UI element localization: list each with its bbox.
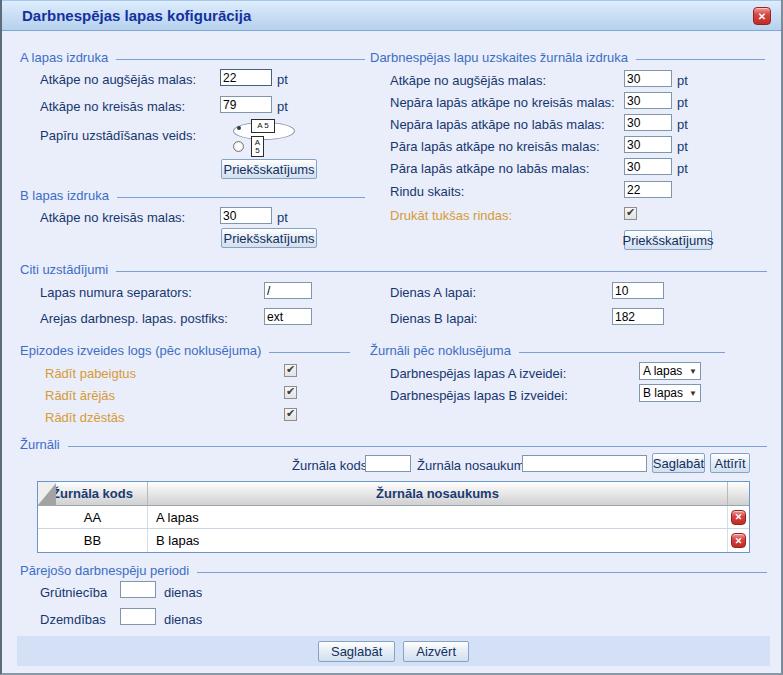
delete-row-button[interactable]: ✕ xyxy=(731,510,746,525)
table-corner-triangle-icon xyxy=(38,482,57,505)
journal-actions-cell: ✕ xyxy=(728,506,749,528)
a-left-margin-input[interactable] xyxy=(220,96,272,113)
section-episode-title: Epizodes izveides logs (pēc noklusējuma) xyxy=(20,343,261,358)
journal-b-select-value: B lapas xyxy=(643,386,683,400)
a-top-margin-label: Atkāpe no augšējās malas: xyxy=(40,72,196,87)
journals-table-header: Žurnāla kods Žurnāla nosaukums xyxy=(38,482,749,506)
jp-row-input[interactable] xyxy=(624,158,672,175)
journal-actions-cell: ✕ xyxy=(728,529,749,552)
journal-b-select[interactable]: B lapas ▼ xyxy=(639,384,701,402)
section-default-journals-title: Žurnāli pēc noklusējuma xyxy=(370,343,511,358)
table-row: BB B lapas ✕ xyxy=(38,529,749,552)
chevron-down-icon: ▼ xyxy=(689,367,697,376)
section-other-header: Citi uzstādījumi xyxy=(20,262,767,277)
postfix-label: Arejas darbnesp. lapas. postfiks: xyxy=(40,311,228,326)
b-left-margin-input[interactable] xyxy=(220,207,272,224)
b-preview-button[interactable]: Priekšskatījums xyxy=(221,228,317,248)
postfix-input[interactable] xyxy=(264,308,312,325)
delete-row-button[interactable]: ✕ xyxy=(731,533,746,548)
journal-save-button[interactable]: Saglabāt xyxy=(652,453,705,473)
section-periods-title: Pārejošo darbnespēju periodi xyxy=(20,563,189,578)
chevron-down-icon: ▼ xyxy=(689,389,697,398)
section-divider xyxy=(197,572,767,573)
section-divider xyxy=(519,352,725,353)
save-button[interactable]: Saglabāt xyxy=(318,641,395,662)
column-header-code[interactable]: Žurnāla kods xyxy=(38,482,148,505)
jp-row-input[interactable] xyxy=(624,70,672,87)
jp-row-input[interactable] xyxy=(624,114,672,131)
journal-preview-button[interactable]: Priekšskatījums xyxy=(624,230,712,250)
section-other-title: Citi uzstādījumi xyxy=(20,262,108,277)
close-icon[interactable]: ✕ xyxy=(753,7,771,25)
journal-clear-button[interactable]: Attīrīt xyxy=(710,453,750,473)
days-a-input[interactable] xyxy=(612,282,664,299)
paper-type-label: Papīru uzstādīšanas veids: xyxy=(40,128,196,143)
jp-row-unit: pt xyxy=(677,139,688,154)
jp-row-input[interactable] xyxy=(624,181,672,198)
episode-option-label: Rādīt pabeigtus xyxy=(45,366,136,381)
section-divider xyxy=(636,59,765,60)
birth-input[interactable] xyxy=(120,608,156,625)
section-journal-print-title: Darbnespējas lapu uzskaites žurnāla izdr… xyxy=(370,50,628,65)
episode-option-label: Rādīt dzēstās xyxy=(45,410,125,425)
section-divider xyxy=(68,446,767,447)
days-b-input[interactable] xyxy=(612,308,664,325)
jp-row-unit: pt xyxy=(677,95,688,110)
b-left-margin-unit: pt xyxy=(277,210,288,225)
paper-portrait-radio[interactable] xyxy=(233,141,244,152)
jp-row-input[interactable] xyxy=(624,92,672,109)
close-button[interactable]: Aizvērt xyxy=(403,641,469,662)
separator-label: Lapas numura separators: xyxy=(40,285,192,300)
jp-row-unit: pt xyxy=(677,161,688,176)
check-icon: ✔ xyxy=(626,207,635,218)
journal-a-select[interactable]: A lapas ▼ xyxy=(639,362,701,380)
journal-code-input[interactable] xyxy=(365,455,411,472)
days-a-label: Dienas A lapai: xyxy=(390,285,476,300)
paper-portrait-icon-bottom: 5 xyxy=(255,147,259,155)
check-icon: ✔ xyxy=(286,386,295,397)
show-deleted-checkbox[interactable]: ✔ xyxy=(284,408,297,421)
column-header-name[interactable]: Žurnāla nosaukums xyxy=(148,482,728,505)
days-b-label: Dienas B lapai: xyxy=(390,311,477,326)
jp-row-unit: pt xyxy=(677,73,688,88)
section-journals-title: Žurnāli xyxy=(20,437,60,452)
journal-code-cell: AA xyxy=(38,506,148,528)
section-episode-header: Epizodes izveides logs (pēc noklusējuma) xyxy=(20,343,350,358)
episode-option-label: Rādīt ārējās xyxy=(45,388,115,403)
jp-row-label: Atkāpe no augšējās malas: xyxy=(390,73,546,88)
show-external-checkbox[interactable]: ✔ xyxy=(284,386,297,399)
b-left-margin-label: Atkāpe no kreisās malas: xyxy=(40,210,185,225)
jp-row-input[interactable] xyxy=(624,136,672,153)
jp-row-label: Nepāra lapās atkāpe no kreisās malas: xyxy=(390,95,615,110)
show-finished-checkbox[interactable]: ✔ xyxy=(284,364,297,377)
section-periods-header: Pārejošo darbnespēju periodi xyxy=(20,563,767,578)
birth-unit: dienas xyxy=(164,612,202,627)
a-preview-button[interactable]: Priekšskatījums xyxy=(221,159,317,179)
section-divider xyxy=(116,59,365,60)
section-b-print-title: B lapas izdruka xyxy=(20,188,109,203)
print-empty-rows-checkbox[interactable]: ✔ xyxy=(624,207,637,220)
section-default-journals-header: Žurnāli pēc noklusējuma xyxy=(370,343,725,358)
section-journals-header: Žurnāli xyxy=(20,437,767,452)
jp-row-unit: pt xyxy=(677,117,688,132)
section-divider xyxy=(269,352,350,353)
close-x-glyph: ✕ xyxy=(758,11,766,22)
dialog-title: Darbnespējas lapas kofigurācija xyxy=(22,7,251,24)
jp-row-label: Nepāra lapās atkāpe no labās malas: xyxy=(390,117,605,132)
journal-name-input[interactable] xyxy=(522,455,647,472)
column-header-name-label: Žurnāla nosaukums xyxy=(376,486,499,501)
journal-code-label: Žurnāla kods: xyxy=(292,458,371,473)
journal-a-label: Darbnespējas lapas A izveidei: xyxy=(390,366,566,381)
separator-input[interactable] xyxy=(264,282,312,299)
check-icon: ✔ xyxy=(286,408,295,419)
a-top-margin-input[interactable] xyxy=(220,69,272,86)
column-header-code-label: Žurnāla kods xyxy=(52,486,133,501)
delete-icon: ✕ xyxy=(735,512,743,522)
journal-name-cell: A lapas xyxy=(148,506,728,528)
pregnancy-input[interactable] xyxy=(120,581,156,598)
a-top-margin-unit: pt xyxy=(277,72,288,87)
paper-portrait-icon: A 5 xyxy=(251,136,264,157)
journal-b-label: Darbnespējas lapas B izveidei: xyxy=(390,388,568,403)
pregnancy-unit: dienas xyxy=(164,585,202,600)
section-divider xyxy=(117,197,365,198)
